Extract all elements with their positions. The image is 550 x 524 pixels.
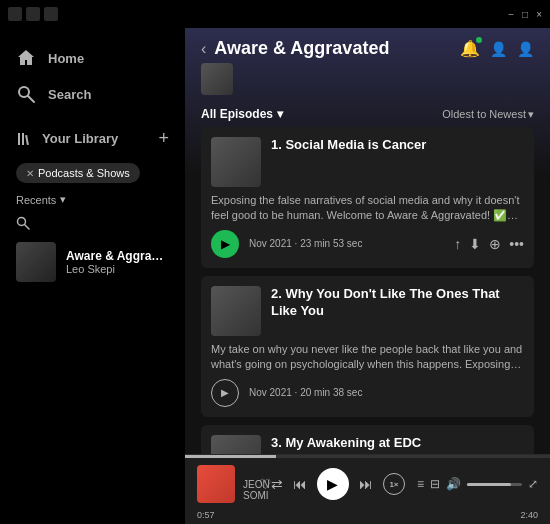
episode-controls-2: ▶ Nov 2021 · 20 min 38 sec [211, 379, 524, 407]
all-episodes-filter[interactable]: All Episodes ▾ [201, 107, 283, 121]
maximize-button[interactable]: □ [522, 9, 528, 20]
header-right: 🔔 👤 👤 [460, 39, 534, 58]
episode-title-1: 1. Social Media is Cancer [271, 137, 426, 154]
library-title-group: Your Library [16, 130, 118, 148]
shuffle-button[interactable]: ⇄ [271, 476, 283, 492]
episode-desc-2: My take on why you never like the people… [211, 342, 524, 373]
all-episodes-label: All Episodes [201, 107, 273, 121]
sort-order-label: Oldest to Newest [442, 108, 526, 120]
volume-fill [467, 483, 511, 486]
window-controls[interactable]: − □ × [508, 9, 542, 20]
episode-top-2: 2. Why You Don't Like The Ones That Like… [211, 286, 524, 336]
user-icon[interactable]: 👤 [517, 41, 534, 57]
episode-duration-2: 20 min 38 sec [300, 387, 362, 398]
episode-date-2: Nov 2021 [249, 387, 292, 398]
dot-2 [26, 7, 40, 21]
episode-thumbnail-1 [211, 137, 261, 187]
volume-track [467, 483, 522, 486]
play-pause-button[interactable]: ▶ [317, 468, 349, 500]
episode-desc-1: Exposing the false narratives of social … [211, 193, 524, 224]
add-button-1[interactable]: ⊕ [489, 236, 501, 252]
episode-meta-1: Nov 2021 · 23 min 53 sec [249, 238, 444, 249]
remove-filter-icon[interactable]: ✕ [26, 168, 34, 179]
library-search[interactable] [0, 212, 185, 234]
filter-chip-label: Podcasts & Shows [38, 167, 130, 179]
close-button[interactable]: × [536, 9, 542, 20]
library-filters: ✕ Podcasts & Shows [0, 157, 185, 189]
filter-row: All Episodes ▾ Oldest to Newest ▾ [185, 101, 550, 127]
more-button-1[interactable]: ••• [509, 236, 524, 252]
podcast-logo-row [185, 59, 550, 101]
library-header: Your Library + [0, 120, 185, 157]
episode-meta-2: Nov 2021 · 20 min 38 sec [249, 387, 524, 398]
search-icon [16, 84, 36, 104]
bell-button[interactable]: 🔔 [460, 39, 480, 58]
library-search-icon [16, 216, 30, 230]
previous-button[interactable]: ⏮ [293, 476, 307, 492]
sort-order-button[interactable]: Oldest to Newest ▾ [442, 108, 534, 121]
podcast-list-item[interactable]: Aware & Aggravated Leo Skepi [0, 234, 185, 290]
episode-top-1: 1. Social Media is Cancer [211, 137, 524, 187]
header-left: ‹ Aware & Aggravated [201, 38, 389, 59]
episode-controls-1: ▶ Nov 2021 · 23 min 53 sec ↑ ⬇ ⊕ ••• [211, 230, 524, 258]
recents-label: Recents [16, 194, 56, 206]
play-button-1[interactable]: ▶ [211, 230, 239, 258]
dot-3 [44, 7, 58, 21]
dot-1 [8, 7, 22, 21]
svg-rect-2 [18, 133, 20, 145]
playback-controls: ⇄ ⏮ ▶ ⏭ 1× [271, 468, 405, 500]
sidebar: Home Search Your Library [0, 28, 185, 524]
podcast-name: Aware & Aggravated [66, 249, 169, 263]
time-current: 0:57 [197, 510, 215, 520]
all-episodes-chevron-icon: ▾ [277, 107, 283, 121]
sidebar-nav: Home Search [0, 28, 185, 120]
back-button[interactable]: ‹ [201, 40, 206, 58]
sidebar-item-search[interactable]: Search [0, 76, 185, 112]
share-button-1[interactable]: ↑ [454, 236, 461, 252]
nowplaying-left: Fast Forward JEON SOMI ♡ [197, 465, 259, 503]
minimize-button[interactable]: − [508, 9, 514, 20]
library-add-button[interactable]: + [158, 128, 169, 149]
content-header: ‹ Aware & Aggravated 🔔 👤 👤 [185, 28, 550, 59]
svg-line-6 [25, 225, 30, 230]
share-icon[interactable]: 👤 [490, 41, 507, 57]
progress-bar-fill [185, 455, 276, 458]
podcast-page-title: Aware & Aggravated [214, 38, 389, 59]
volume-icon[interactable]: 🔊 [446, 477, 461, 491]
search-label: Search [48, 87, 91, 102]
podcast-info: Aware & Aggravated Leo Skepi [66, 249, 169, 275]
podcasts-filter-chip[interactable]: ✕ Podcasts & Shows [16, 163, 140, 183]
svg-rect-3 [22, 133, 24, 145]
sort-chevron-icon: ▾ [528, 108, 534, 121]
episode-thumbnail-2 [211, 286, 261, 336]
home-label: Home [48, 51, 84, 66]
nowplaying-thumbnail [197, 465, 235, 503]
titlebar: − □ × [0, 0, 550, 28]
episode-title-3: 3. My Awakening at EDC [271, 435, 421, 452]
download-button-1[interactable]: ⬇ [469, 236, 481, 252]
episode-top-3: 3. My Awakening at EDC [211, 435, 524, 454]
now-playing-bar: Fast Forward JEON SOMI ♡ ⇄ ⏮ ▶ ⏭ 1× ≡ ⊟ … [185, 454, 550, 524]
recents-button[interactable]: Recents ▾ [0, 189, 185, 212]
main-content: ‹ Aware & Aggravated 🔔 👤 👤 All Episodes … [185, 28, 550, 524]
episode-card-3: 3. My Awakening at EDC Opening up about … [201, 425, 534, 454]
play-button-2[interactable]: ▶ [211, 379, 239, 407]
app-body: Home Search Your Library [0, 28, 550, 524]
time-total: 2:40 [520, 510, 538, 520]
volume-bar[interactable] [467, 483, 522, 486]
podcast-thumbnail [16, 242, 56, 282]
devices-icon[interactable]: ⊟ [430, 477, 440, 491]
episode-date-1: Nov 2021 [249, 238, 292, 249]
podcast-author: Leo Skepi [66, 263, 169, 275]
next-button[interactable]: ⏭ [359, 476, 373, 492]
sidebar-item-home[interactable]: Home [0, 40, 185, 76]
home-icon [16, 48, 36, 68]
progress-bar-container[interactable] [185, 455, 550, 458]
podcast-speed-button[interactable]: 1× [383, 473, 405, 495]
nowplaying-times: 0:57 2:40 [185, 510, 550, 524]
library-icon [16, 130, 34, 148]
podcast-thumb-art [16, 242, 56, 282]
fullscreen-icon[interactable]: ⤢ [528, 477, 538, 491]
svg-line-1 [28, 96, 34, 102]
queue-icon[interactable]: ≡ [417, 477, 424, 491]
